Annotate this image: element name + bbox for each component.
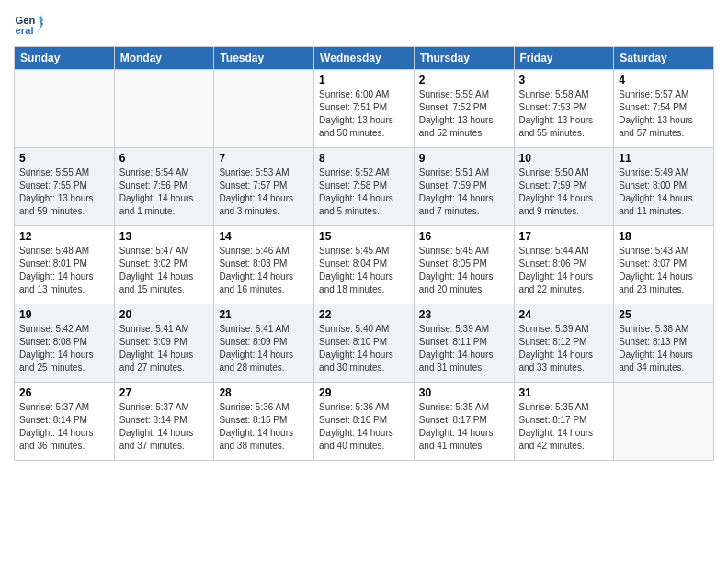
day-info: Sunrise: 5:35 AM Sunset: 8:17 PM Dayligh…: [419, 401, 509, 453]
day-info: Sunrise: 5:40 AM Sunset: 8:10 PM Dayligh…: [319, 323, 409, 374]
calendar-cell: 22Sunrise: 5:40 AM Sunset: 8:10 PM Dayli…: [314, 304, 415, 383]
calendar-week-3: 12Sunrise: 5:48 AM Sunset: 8:01 PM Dayli…: [15, 226, 714, 304]
day-info: Sunrise: 5:41 AM Sunset: 8:09 PM Dayligh…: [219, 323, 309, 374]
day-number: 6: [119, 152, 210, 165]
calendar-cell: 12Sunrise: 5:48 AM Sunset: 8:01 PM Dayli…: [15, 226, 115, 304]
day-info: Sunrise: 5:42 AM Sunset: 8:08 PM Dayligh…: [19, 323, 109, 374]
calendar-header-row: SundayMondayTuesdayWednesdayThursdayFrid…: [15, 47, 714, 70]
day-info: Sunrise: 5:57 AM Sunset: 7:54 PM Dayligh…: [619, 88, 709, 140]
day-info: Sunrise: 5:38 AM Sunset: 8:13 PM Dayligh…: [619, 323, 709, 374]
calendar-cell: 14Sunrise: 5:46 AM Sunset: 8:03 PM Dayli…: [214, 226, 314, 304]
day-number: 30: [419, 386, 509, 399]
day-info: Sunrise: 5:41 AM Sunset: 8:09 PM Dayligh…: [119, 323, 210, 374]
day-info: Sunrise: 5:52 AM Sunset: 7:58 PM Dayligh…: [319, 167, 409, 218]
column-header-monday: Monday: [114, 47, 214, 70]
day-number: 11: [619, 152, 709, 165]
calendar-cell: 30Sunrise: 5:35 AM Sunset: 8:17 PM Dayli…: [414, 383, 514, 461]
day-info: Sunrise: 5:43 AM Sunset: 8:07 PM Dayligh…: [619, 245, 709, 296]
day-number: 15: [319, 230, 409, 243]
day-number: 8: [319, 152, 409, 165]
calendar-week-1: 1Sunrise: 6:00 AM Sunset: 7:51 PM Daylig…: [15, 70, 714, 148]
day-number: 29: [319, 386, 409, 399]
header: Gen eral: [14, 9, 714, 39]
calendar-week-4: 19Sunrise: 5:42 AM Sunset: 8:08 PM Dayli…: [15, 304, 714, 383]
day-info: Sunrise: 5:35 AM Sunset: 8:17 PM Dayligh…: [519, 401, 609, 453]
day-info: Sunrise: 5:47 AM Sunset: 8:02 PM Dayligh…: [119, 245, 210, 296]
day-info: Sunrise: 5:46 AM Sunset: 8:03 PM Dayligh…: [219, 245, 309, 296]
day-info: Sunrise: 5:51 AM Sunset: 7:59 PM Dayligh…: [419, 167, 509, 218]
calendar-cell: 29Sunrise: 5:36 AM Sunset: 8:16 PM Dayli…: [314, 383, 415, 461]
day-number: 4: [619, 74, 709, 86]
calendar: SundayMondayTuesdayWednesdayThursdayFrid…: [14, 46, 714, 461]
calendar-cell: 8Sunrise: 5:52 AM Sunset: 7:58 PM Daylig…: [314, 148, 415, 226]
calendar-cell: 18Sunrise: 5:43 AM Sunset: 8:07 PM Dayli…: [614, 226, 714, 304]
calendar-cell: 3Sunrise: 5:58 AM Sunset: 7:53 PM Daylig…: [514, 70, 614, 148]
day-info: Sunrise: 5:44 AM Sunset: 8:06 PM Dayligh…: [519, 245, 609, 296]
column-header-saturday: Saturday: [614, 47, 714, 70]
calendar-cell: [214, 70, 314, 148]
calendar-cell: 7Sunrise: 5:53 AM Sunset: 7:57 PM Daylig…: [214, 148, 314, 226]
day-number: 13: [119, 230, 210, 243]
day-number: 7: [219, 152, 309, 165]
calendar-cell: [114, 70, 214, 148]
day-number: 5: [19, 152, 109, 165]
day-info: Sunrise: 5:36 AM Sunset: 8:15 PM Dayligh…: [219, 401, 309, 453]
day-info: Sunrise: 5:39 AM Sunset: 8:11 PM Dayligh…: [419, 323, 509, 374]
calendar-cell: 1Sunrise: 6:00 AM Sunset: 7:51 PM Daylig…: [314, 70, 415, 148]
day-number: 22: [319, 308, 409, 321]
calendar-cell: 23Sunrise: 5:39 AM Sunset: 8:11 PM Dayli…: [414, 304, 514, 383]
calendar-cell: 20Sunrise: 5:41 AM Sunset: 8:09 PM Dayli…: [114, 304, 214, 383]
day-number: 25: [619, 308, 709, 321]
column-header-wednesday: Wednesday: [314, 47, 415, 70]
day-number: 3: [519, 74, 609, 86]
day-number: 9: [419, 152, 509, 165]
calendar-cell: 28Sunrise: 5:36 AM Sunset: 8:15 PM Dayli…: [214, 383, 314, 461]
day-info: Sunrise: 5:37 AM Sunset: 8:14 PM Dayligh…: [119, 401, 210, 453]
day-number: 31: [519, 386, 609, 399]
calendar-cell: 19Sunrise: 5:42 AM Sunset: 8:08 PM Dayli…: [15, 304, 115, 383]
calendar-week-5: 26Sunrise: 5:37 AM Sunset: 8:14 PM Dayli…: [15, 383, 714, 461]
day-info: Sunrise: 6:00 AM Sunset: 7:51 PM Dayligh…: [319, 88, 409, 140]
day-info: Sunrise: 5:36 AM Sunset: 8:16 PM Dayligh…: [319, 401, 409, 453]
calendar-cell: 4Sunrise: 5:57 AM Sunset: 7:54 PM Daylig…: [614, 70, 714, 148]
day-number: 20: [119, 308, 210, 321]
day-info: Sunrise: 5:45 AM Sunset: 8:04 PM Dayligh…: [319, 245, 409, 296]
column-header-sunday: Sunday: [15, 47, 115, 70]
day-info: Sunrise: 5:45 AM Sunset: 8:05 PM Dayligh…: [419, 245, 509, 296]
day-info: Sunrise: 5:53 AM Sunset: 7:57 PM Dayligh…: [219, 167, 309, 218]
day-number: 17: [519, 230, 609, 243]
logo-icon: Gen eral: [14, 9, 43, 39]
day-number: 26: [19, 386, 109, 399]
calendar-cell: 24Sunrise: 5:39 AM Sunset: 8:12 PM Dayli…: [514, 304, 614, 383]
day-number: 19: [19, 308, 109, 321]
calendar-cell: 2Sunrise: 5:59 AM Sunset: 7:52 PM Daylig…: [414, 70, 514, 148]
calendar-cell: [614, 383, 714, 461]
calendar-cell: 11Sunrise: 5:49 AM Sunset: 8:00 PM Dayli…: [614, 148, 714, 226]
day-number: 1: [319, 74, 409, 86]
day-info: Sunrise: 5:55 AM Sunset: 7:55 PM Dayligh…: [19, 167, 109, 218]
day-info: Sunrise: 5:39 AM Sunset: 8:12 PM Dayligh…: [519, 323, 609, 374]
logo: Gen eral: [14, 9, 47, 39]
calendar-cell: 27Sunrise: 5:37 AM Sunset: 8:14 PM Dayli…: [114, 383, 214, 461]
day-number: 10: [519, 152, 609, 165]
column-header-tuesday: Tuesday: [214, 47, 314, 70]
calendar-cell: 21Sunrise: 5:41 AM Sunset: 8:09 PM Dayli…: [214, 304, 314, 383]
column-header-friday: Friday: [514, 47, 614, 70]
day-info: Sunrise: 5:37 AM Sunset: 8:14 PM Dayligh…: [19, 401, 109, 453]
calendar-cell: 31Sunrise: 5:35 AM Sunset: 8:17 PM Dayli…: [514, 383, 614, 461]
day-number: 27: [119, 386, 210, 399]
day-number: 2: [419, 74, 509, 86]
day-number: 21: [219, 308, 309, 321]
day-number: 12: [19, 230, 109, 243]
day-info: Sunrise: 5:54 AM Sunset: 7:56 PM Dayligh…: [119, 167, 210, 218]
calendar-cell: 13Sunrise: 5:47 AM Sunset: 8:02 PM Dayli…: [114, 226, 214, 304]
day-info: Sunrise: 5:48 AM Sunset: 8:01 PM Dayligh…: [19, 245, 109, 296]
calendar-cell: 26Sunrise: 5:37 AM Sunset: 8:14 PM Dayli…: [15, 383, 115, 461]
calendar-cell: 5Sunrise: 5:55 AM Sunset: 7:55 PM Daylig…: [15, 148, 115, 226]
calendar-cell: 10Sunrise: 5:50 AM Sunset: 7:59 PM Dayli…: [514, 148, 614, 226]
calendar-cell: 9Sunrise: 5:51 AM Sunset: 7:59 PM Daylig…: [414, 148, 514, 226]
calendar-week-2: 5Sunrise: 5:55 AM Sunset: 7:55 PM Daylig…: [15, 148, 714, 226]
day-info: Sunrise: 5:59 AM Sunset: 7:52 PM Dayligh…: [419, 88, 509, 140]
day-number: 16: [419, 230, 509, 243]
calendar-cell: 25Sunrise: 5:38 AM Sunset: 8:13 PM Dayli…: [614, 304, 714, 383]
